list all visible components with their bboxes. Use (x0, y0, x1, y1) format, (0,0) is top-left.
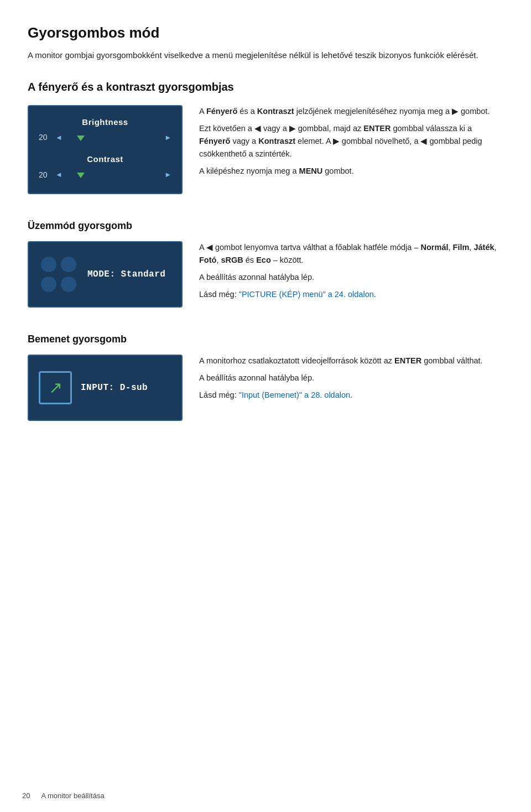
brightness-arrow-left-icon: ◄ (55, 132, 63, 143)
input-layout: ↗ INPUT: D-sub A monitorhoz csatlakoztat… (28, 355, 503, 421)
contrast-triangle-icon (77, 173, 85, 178)
contrast-triangle-row (67, 173, 160, 178)
contrast-arrow-left-icon: ◄ (55, 169, 63, 180)
mode-desc-line1: A ◀ gombot lenyomva tartva válthat a főa… (199, 241, 503, 267)
mode-layout: MODE: Standard A ◀ gombot lenyomva tartv… (28, 241, 503, 308)
contrast-osd-row: Contrast 20 ◄ ► (39, 153, 171, 181)
brightness-triangle-row (67, 136, 160, 141)
brightness-arrow-right-icon: ► (164, 132, 171, 143)
input-section: Bemenet gyorsgomb ↗ INPUT: D-sub A monit… (28, 332, 503, 421)
mode-osd-label: MODE: Standard (87, 268, 165, 281)
film-bold: Film (453, 243, 470, 252)
mode-desc: A ◀ gombot lenyomva tartva válthat a főa… (199, 241, 503, 306)
footer-page-number: 20 (22, 790, 30, 801)
mode-desc-line3: Lásd még: "PICTURE (KÉP) menü" a 24. old… (199, 288, 503, 301)
brightness-contrast-osd: Brightness 20 ◄ ► (28, 105, 183, 194)
kontraszt-bold: Kontraszt (257, 107, 294, 116)
brightness-desc-line2: Ezt követően a ◀ vagy a ▶ gombbal, majd … (199, 122, 503, 161)
srgb-bold: sRGB (221, 256, 243, 264)
input-desc-line3: Lásd még: "Input (Bemenet)" a 28. oldalo… (199, 389, 503, 402)
brightness-bar-row: 20 ◄ ► (39, 132, 171, 143)
input-desc-line2: A beállítás azonnal hatályba lép. (199, 372, 503, 384)
input-menu-link[interactable]: "Input (Bemenet)" a 28. oldalon (239, 391, 350, 399)
contrast-osd-label: Contrast (39, 153, 171, 166)
mode-section-heading: Üzemmód gyorsgomb (28, 218, 503, 233)
jatek-bold: Játék (473, 243, 494, 252)
eco-bold: Eco (256, 256, 271, 264)
intro-text: A monitor gombjai gyorsgombokként viselk… (28, 49, 503, 62)
brightness-osd-label: Brightness (39, 116, 171, 129)
input-arrow-icon: ↗ (49, 379, 63, 396)
brightness-triangle-icon (77, 136, 85, 141)
input-desc-line1: A monitorhoz csatlakoztatott videojelfor… (199, 355, 503, 367)
contrast-bar (67, 171, 160, 178)
contrast-value: 20 (39, 169, 51, 181)
input-osd-label: INPUT: D-sub (81, 381, 148, 394)
mode-desc-line2: A beállítás azonnal hatályba lép. (199, 271, 503, 284)
brightness-osd-row: Brightness 20 ◄ ► (39, 116, 171, 144)
brightness-bar (67, 134, 160, 141)
mode-circle-4 (61, 277, 76, 292)
contrast-bar-row: 20 ◄ ► (39, 169, 171, 181)
contrast-arrow-right-icon: ► (164, 169, 171, 180)
brightness-contrast-desc: A Fényerő és a Kontraszt jelzőjének megj… (199, 105, 503, 183)
fenyero-bold-2: Fényerő (199, 137, 230, 145)
mode-circle-2 (61, 257, 76, 272)
brightness-contrast-layout: Brightness 20 ◄ ► (28, 105, 503, 194)
input-osd: ↗ INPUT: D-sub (28, 355, 183, 421)
footer-page-label: A monitor beállítása (41, 790, 104, 801)
mode-osd: MODE: Standard (28, 241, 183, 308)
mode-circle-1 (41, 257, 56, 272)
mode-circle-3 (41, 277, 56, 292)
brightness-desc-line3: A kilépéshez nyomja meg a MENU gombot. (199, 165, 503, 178)
mode-circles-decoration (39, 254, 79, 294)
brightness-desc-line1: A Fényerő és a Kontraszt jelzőjének megj… (199, 105, 503, 118)
kontraszt-bold-2: Kontraszt (258, 137, 295, 145)
enter-bold-1: ENTER (363, 124, 391, 133)
mode-section: Üzemmód gyorsgomb MODE: Standard A ◀ gom… (28, 218, 503, 308)
page-title: Gyorsgombos mód (28, 22, 503, 44)
enter-bold-2: ENTER (394, 356, 421, 365)
input-icon-box: ↗ (39, 371, 72, 404)
normal-bold: Normál (421, 243, 449, 252)
input-desc: A monitorhoz csatlakoztatott videojelfor… (199, 355, 503, 407)
brightness-section-heading: A fényerő és a kontraszt gyorsgombjas (28, 79, 503, 95)
input-section-heading: Bemenet gyorsgomb (28, 332, 503, 347)
brightness-contrast-section: A fényerő és a kontraszt gyorsgombjas Br… (28, 79, 503, 194)
menu-bold: MENU (299, 166, 323, 175)
picture-menu-link[interactable]: "PICTURE (KÉP) menü" a 24. oldalon (239, 290, 374, 299)
fenyero-bold: Fényerő (206, 107, 237, 116)
brightness-value: 20 (39, 132, 51, 143)
page-footer: 20 A monitor beállítása (22, 790, 105, 801)
foto-bold: Fotó (199, 256, 216, 264)
